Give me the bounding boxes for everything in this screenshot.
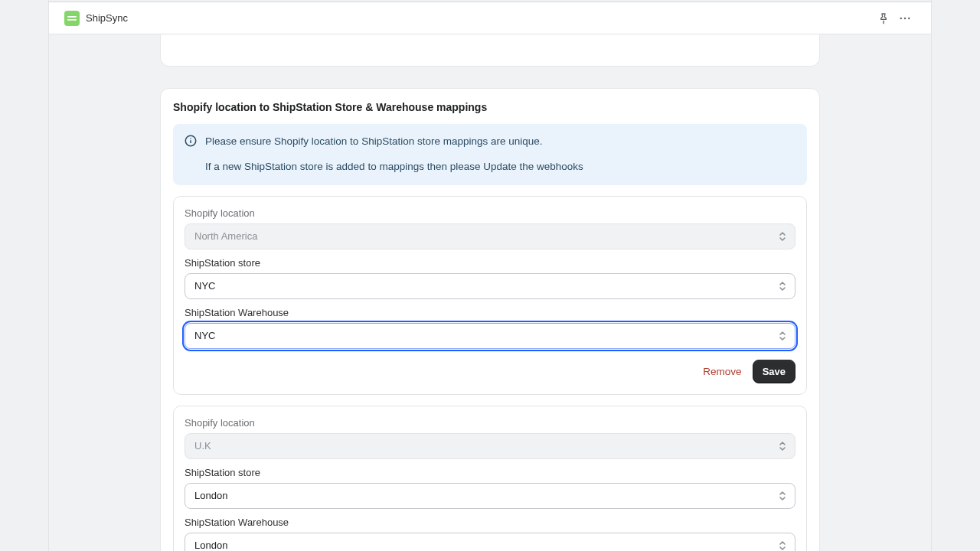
app-icon — [64, 11, 80, 26]
more-icon — [898, 11, 912, 25]
select-chevrons-icon — [778, 330, 787, 342]
mapping-block: Shopify locationU.KShipStation storeLond… — [173, 406, 807, 551]
info-banner: Please ensure Shopify location to ShipSt… — [173, 124, 807, 185]
pin-icon — [877, 12, 890, 24]
app-title: ShipSync — [86, 12, 128, 24]
shipstation-warehouse-value: NYC — [194, 330, 215, 341]
previous-card-stub — [160, 34, 820, 67]
shipstation-warehouse-select[interactable]: London — [185, 533, 795, 551]
info-icon — [184, 134, 198, 148]
save-button[interactable]: Save — [753, 360, 795, 383]
shopify-location-value: U.K — [194, 440, 211, 452]
select-chevrons-icon — [778, 230, 787, 243]
info-line-2: If a new ShipStation store is added to m… — [205, 158, 583, 176]
svg-rect-0 — [67, 16, 77, 18]
more-button[interactable] — [894, 8, 916, 29]
pin-button[interactable] — [873, 8, 894, 29]
shipstation-store-label: ShipStation store — [185, 467, 795, 478]
shipstation-store-value: London — [194, 490, 227, 501]
info-line-1: Please ensure Shopify location to ShipSt… — [205, 133, 583, 151]
shipstation-store-select[interactable]: London — [185, 483, 795, 509]
section-title: Shopify location to ShipStation Store & … — [173, 101, 807, 113]
shipstation-store-select[interactable]: NYC — [185, 273, 795, 299]
select-chevrons-icon — [778, 440, 787, 452]
select-chevrons-icon — [778, 490, 787, 502]
topbar: ShipSync — [49, 2, 931, 34]
svg-point-4 — [908, 17, 910, 18]
shopify-location-select: U.K — [185, 433, 795, 459]
shopify-location-label: Shopify location — [185, 417, 795, 429]
svg-rect-1 — [67, 19, 77, 21]
svg-point-7 — [190, 138, 191, 139]
shopify-location-select: North America — [185, 223, 795, 249]
shipstation-warehouse-value: London — [194, 540, 227, 551]
select-chevrons-icon — [778, 280, 787, 292]
svg-point-2 — [900, 17, 902, 18]
shipstation-store-label: ShipStation store — [185, 257, 795, 269]
shipstation-store-value: NYC — [194, 280, 215, 292]
shipstation-warehouse-label: ShipStation Warehouse — [185, 307, 795, 318]
shipstation-warehouse-select[interactable]: NYC — [185, 323, 795, 349]
shipstation-warehouse-label: ShipStation Warehouse — [185, 517, 795, 528]
mapping-block: Shopify locationNorth AmericaShipStation… — [173, 196, 807, 395]
svg-point-3 — [904, 17, 906, 18]
mappings-card: Shopify location to ShipStation Store & … — [160, 88, 820, 551]
remove-button[interactable]: Remove — [703, 366, 741, 377]
shopify-location-value: North America — [194, 230, 257, 242]
shopify-location-label: Shopify location — [185, 207, 795, 219]
select-chevrons-icon — [778, 540, 787, 551]
